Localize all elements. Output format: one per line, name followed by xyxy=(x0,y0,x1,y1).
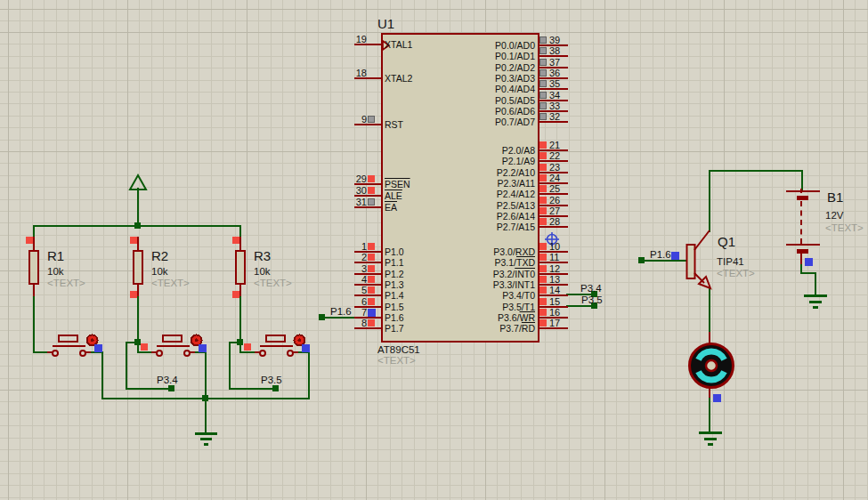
pin-state-square xyxy=(539,309,547,316)
pin-state-square xyxy=(232,291,239,298)
resistor-ref: R1 xyxy=(47,249,64,263)
pin-state-square xyxy=(539,59,547,66)
ic-pin-name: P1.0 xyxy=(385,246,404,257)
pin-state-square xyxy=(368,265,375,272)
ic-pin-name: P2.0/A8 xyxy=(410,145,535,156)
pin-state-square xyxy=(302,344,310,352)
pushbutton[interactable] xyxy=(265,335,286,343)
wire[interactable] xyxy=(126,342,127,390)
pin-state-square xyxy=(368,243,375,250)
ic-pin-number: 22 xyxy=(549,151,567,161)
ic-pin-number: 39 xyxy=(549,36,567,45)
pin-state-square xyxy=(805,258,813,266)
button-contact xyxy=(259,350,266,357)
ic-pin-name: P2.4/A12 xyxy=(410,189,535,199)
pin-state-square xyxy=(539,164,547,171)
ic-pin-name: P1.3 xyxy=(385,279,404,290)
wire[interactable] xyxy=(33,294,35,353)
wire[interactable] xyxy=(101,351,103,399)
pin-state-square xyxy=(539,185,547,192)
resistor-placeholder: <TEXT> xyxy=(47,278,85,289)
ic-pin-name: P0.3/AD3 xyxy=(410,73,535,84)
wire-ground-drop[interactable] xyxy=(205,351,207,434)
ic-pin-number: 30 xyxy=(351,186,367,196)
net-terminal[interactable] xyxy=(319,314,325,320)
wire[interactable] xyxy=(815,272,816,297)
power-terminal-icon[interactable] xyxy=(128,173,148,191)
wire[interactable] xyxy=(126,388,173,390)
pin-state-square xyxy=(539,254,547,261)
wire-power-riser[interactable] xyxy=(137,188,139,227)
pushbutton[interactable] xyxy=(58,335,78,343)
ic-pin-number: 37 xyxy=(549,58,567,68)
resistor-r2[interactable] xyxy=(133,250,143,285)
pin-state-square xyxy=(244,343,251,351)
pin-state-square xyxy=(539,286,547,294)
pin-state-square xyxy=(368,319,375,327)
battery-plate-long[interactable] xyxy=(786,244,820,246)
pin-state-square xyxy=(539,69,547,77)
ground-symbol xyxy=(708,443,713,446)
ic-pin-number: 32 xyxy=(549,112,567,122)
resistor-r3[interactable] xyxy=(235,250,246,285)
ic-pin-name: P3.1/TXD xyxy=(410,257,535,268)
ground-symbol[interactable] xyxy=(195,432,217,435)
ic-pin-name: P3.3/INT1 xyxy=(410,279,535,290)
pin-state-square xyxy=(539,102,547,109)
ic-pin-number: 26 xyxy=(549,196,567,206)
ic-pin-name: P2.1/A9 xyxy=(410,156,535,166)
pin-state-square xyxy=(368,298,375,305)
pin-state-square xyxy=(368,254,375,261)
ic-pin-number: 6 xyxy=(351,297,367,307)
pin-state-square xyxy=(539,276,547,283)
resistor-value: 10k xyxy=(47,266,64,278)
wire-top-right[interactable] xyxy=(709,170,803,172)
pin-state-square xyxy=(539,36,547,44)
pin-state-square xyxy=(539,319,547,327)
ic-pin-number: 24 xyxy=(549,173,567,183)
button-contact xyxy=(52,350,59,357)
ground-symbol xyxy=(809,301,822,303)
ic-pin-number: 27 xyxy=(549,206,567,216)
ic-pin-name: P2.6/A14 xyxy=(410,211,535,222)
wire-junction xyxy=(134,339,141,345)
dc-motor[interactable] xyxy=(686,341,736,391)
net-terminal[interactable] xyxy=(168,385,174,391)
resistor-placeholder: <TEXT> xyxy=(254,278,292,289)
net-terminal[interactable] xyxy=(272,385,279,391)
ic-pin-number: 10 xyxy=(549,242,567,252)
resistor-r1[interactable] xyxy=(28,250,39,285)
ic-pin-number: 16 xyxy=(549,308,567,318)
resistor-pin xyxy=(137,283,139,296)
resistor-pin xyxy=(33,283,35,296)
wire[interactable] xyxy=(229,388,278,390)
ic-placeholder: <TEXT> xyxy=(377,355,416,367)
net-terminal[interactable] xyxy=(638,257,645,263)
pin-state-square xyxy=(368,286,375,294)
transistor-placeholder: <TEXT> xyxy=(717,268,755,279)
ic-pin-name: P1.7 xyxy=(385,323,404,334)
ic-pin-name: P2.7/A15 xyxy=(410,222,535,232)
ic-pin-name: EA xyxy=(385,202,397,213)
wire[interactable] xyxy=(229,342,231,390)
battery-plate-long[interactable] xyxy=(786,190,820,192)
ic-pin-name: P1.4 xyxy=(385,290,404,301)
ic-pin-number: 14 xyxy=(549,286,567,295)
ic-pin-number: 1 xyxy=(351,242,367,252)
ic-pin-name: P3.5/T1 xyxy=(410,302,535,312)
wire[interactable] xyxy=(308,351,310,399)
ground-symbol xyxy=(200,438,212,440)
transistor-ref: Q1 xyxy=(718,235,735,249)
pushbutton[interactable] xyxy=(162,335,183,343)
net-label: P3.4 xyxy=(157,375,178,385)
ground-symbol[interactable] xyxy=(699,431,722,434)
ic-pin-number: 17 xyxy=(549,319,567,328)
battery-plate-short[interactable] xyxy=(797,249,808,254)
ic-pin-name: P1.2 xyxy=(385,269,404,279)
wire-motor-bottom[interactable] xyxy=(709,396,710,433)
ground-symbol[interactable] xyxy=(804,294,827,297)
ic-pin-name: P3.0/RXD xyxy=(410,246,535,257)
pin-state-square xyxy=(368,276,375,283)
battery-plate-short[interactable] xyxy=(797,196,808,200)
schematic-canvas: R1 10k <TEXT> R2 10k <TEXT> R3 10k <TEXT… xyxy=(0,0,868,500)
